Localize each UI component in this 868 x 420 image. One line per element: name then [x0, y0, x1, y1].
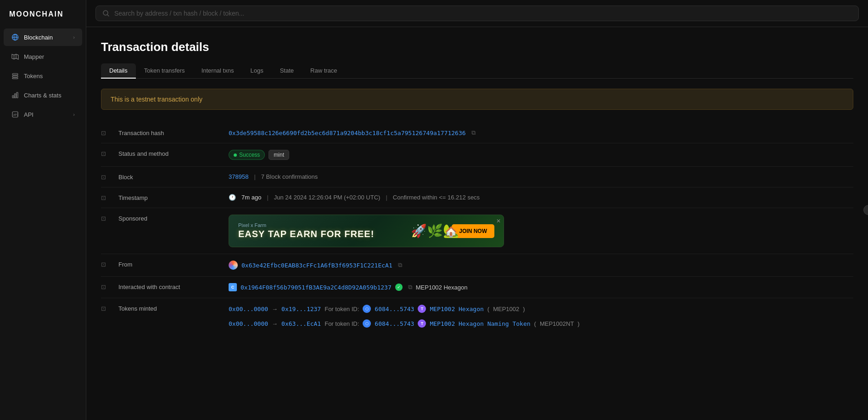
app-logo: MOONCHAIN: [0, 6, 86, 28]
token-to-2[interactable]: 0x63...EcA1: [281, 320, 321, 327]
label-block: Block: [118, 173, 219, 181]
main-content: Transaction details Details Token transf…: [86, 0, 868, 420]
globe-icon: [11, 33, 19, 41]
time-ago: 7m ago: [241, 194, 261, 201]
contract-icon: C: [229, 283, 237, 291]
row-block: ⊡ Block 378958 | 7 Block confirmations: [101, 167, 853, 187]
row-icon-timestamp: ⊡: [101, 194, 109, 201]
transaction-hash-link[interactable]: 0x3de59588c126e6690fd2b5ec6d871a9204bb3c…: [229, 130, 466, 136]
value-from: 0x63e42Efbc0EAB83cFFc1A6fB3f6953F1C221Ec…: [229, 261, 853, 270]
row-tokens-minted: ⊡ Tokens minted 0x00...0000 → 0x19...123…: [101, 298, 853, 334]
row-timestamp: ⊡ Timestamp 🕐 7m ago | Jun 24 2024 12:26…: [101, 187, 853, 208]
blockchain-arrow: ›: [73, 34, 75, 40]
label-from: From: [118, 261, 219, 268]
sidebar-item-mapper[interactable]: Mapper: [4, 48, 82, 65]
svg-text:API: API: [13, 113, 18, 116]
row-sponsored: ⊡ Sponsored Pixel x Farm EASY TAP EARN F…: [101, 208, 853, 254]
label-status-method: Status and method: [118, 150, 219, 157]
row-icon-block: ⊡: [101, 174, 109, 181]
svg-rect-10: [17, 92, 18, 98]
tab-internal-txns[interactable]: Internal txns: [193, 63, 242, 79]
tab-details[interactable]: Details: [101, 63, 136, 79]
mapper-label: Mapper: [24, 53, 75, 60]
copy-txhash-button[interactable]: ⧉: [471, 129, 476, 136]
token-ticker-close-1: ): [523, 306, 525, 312]
token-name-1[interactable]: MEP1002 Hexagon: [430, 306, 483, 312]
token-from-2[interactable]: 0x00...0000: [229, 320, 268, 327]
token-ticker-1: (: [487, 306, 489, 312]
token-from-1[interactable]: 0x00...0000: [229, 306, 268, 312]
token-id-1[interactable]: 6084...5743: [375, 306, 414, 312]
block-confirmations: 7 Block confirmations: [261, 173, 318, 180]
charts-label: Charts & stats: [24, 92, 75, 99]
token-to-1[interactable]: 0x19...1237: [281, 306, 321, 312]
copy-from-button[interactable]: ⧉: [398, 261, 402, 269]
row-transaction-hash: ⊡ Transaction hash 0x3de59588c126e6690fd…: [101, 123, 853, 143]
for-label-1: For token ID:: [325, 306, 359, 312]
from-address-link[interactable]: 0x63e42Efbc0EAB83cFFc1A6fB3f6953F1C221Ec…: [241, 262, 392, 269]
ad-headline: EASY TAP EARN FOR FREE!: [238, 229, 374, 239]
confirmed-within: Confirmed within <= 16.212 secs: [393, 194, 480, 201]
ad-decor: 🚀🌿🏡: [403, 215, 467, 247]
ad-brand: Pixel x Farm: [238, 222, 374, 228]
block-number-link[interactable]: 378958: [229, 173, 248, 180]
tab-raw-trace[interactable]: Raw trace: [302, 63, 346, 79]
detail-table: ⊡ Transaction hash 0x3de59588c126e6690fd…: [101, 123, 853, 334]
tab-token-transfers[interactable]: Token transfers: [136, 63, 193, 79]
sidebar-item-charts[interactable]: Charts & stats: [4, 86, 82, 104]
banner-text: This is a testnet transaction only: [111, 96, 202, 103]
token-ticker-close-2: ): [577, 320, 579, 327]
ts-separator: |: [267, 194, 268, 201]
sidebar-item-tokens[interactable]: Tokens: [4, 67, 82, 85]
value-block: 378958 | 7 Block confirmations: [229, 173, 853, 180]
svg-rect-8: [12, 96, 14, 98]
sidebar-item-blockchain[interactable]: Blockchain ›: [4, 28, 82, 46]
copy-contract-button[interactable]: ⧉: [408, 284, 412, 291]
search-bar: [86, 0, 868, 27]
token-ticker-val-1: MEP1002: [493, 306, 519, 312]
sidebar-item-api[interactable]: API API ›: [4, 106, 82, 123]
tab-logs[interactable]: Logs: [242, 63, 271, 79]
method-badge: mint: [269, 150, 289, 160]
chart-icon: [11, 91, 19, 99]
search-input[interactable]: [114, 10, 852, 17]
svg-rect-5: [12, 74, 18, 75]
token-ticker-val-2: MEP1002NT: [540, 320, 574, 327]
value-interacted-with: C 0x1964F08f56b79051fB3AE9a2C4d8D92A059b…: [229, 283, 853, 291]
sidebar: MOONCHAIN Blockchain › Mapper: [0, 0, 86, 420]
svg-rect-6: [12, 76, 18, 77]
token-type-icon-2: T: [418, 319, 426, 328]
token-mint-row-2: 0x00...0000 → 0x63...EcA1 For token ID: …: [229, 319, 580, 328]
contract-address-link[interactable]: 0x1964F08f56b79051fB3AE9a2C4d8D92A059b12…: [241, 284, 392, 291]
ad-close-button[interactable]: ✕: [496, 218, 501, 224]
label-transaction-hash: Transaction hash: [118, 129, 219, 136]
tab-state[interactable]: State: [272, 63, 302, 79]
testnet-banner: This is a testnet transaction only: [101, 89, 853, 110]
api-arrow: ›: [73, 112, 75, 117]
value-timestamp: 🕐 7m ago | Jun 24 2024 12:26:04 PM (+02:…: [229, 194, 853, 201]
token-hex-icon-2: ⬡: [363, 319, 371, 328]
token-mint-row-1: 0x00...0000 → 0x19...1237 For token ID: …: [229, 305, 525, 313]
row-icon-status: ⊡: [101, 150, 109, 157]
arrow-icon-1: →: [272, 306, 278, 312]
value-tokens-minted: 0x00...0000 → 0x19...1237 For token ID: …: [229, 305, 853, 328]
row-icon-sponsored: ⊡: [101, 215, 109, 222]
search-icon: [102, 10, 110, 17]
for-label-2: For token ID:: [325, 320, 359, 327]
from-avatar: [229, 261, 238, 270]
token-id-2[interactable]: 6084...5743: [375, 320, 414, 327]
value-status-method: Success mint: [229, 150, 853, 160]
page-title: Transaction details: [101, 40, 853, 54]
time-full: Jun 24 2024 12:26:04 PM (+02:00 UTC): [274, 194, 381, 201]
row-icon-from: ⊡: [101, 261, 109, 268]
row-icon-interacted: ⊡: [101, 284, 109, 290]
search-input-wrap: [95, 6, 859, 21]
row-status-method: ⊡ Status and method Success mint: [101, 143, 853, 167]
verified-icon: ✓: [395, 284, 403, 291]
token-name-2[interactable]: MEP1002 Hexagon Naming Token: [430, 320, 530, 327]
label-interacted-with: Interacted with contract: [118, 283, 219, 290]
ad-banner[interactable]: Pixel x Farm EASY TAP EARN FOR FREE! 🚀🌿🏡…: [229, 215, 504, 247]
ts-separator2: |: [386, 194, 387, 201]
svg-rect-7: [12, 78, 18, 79]
status-badge: Success: [229, 150, 265, 160]
